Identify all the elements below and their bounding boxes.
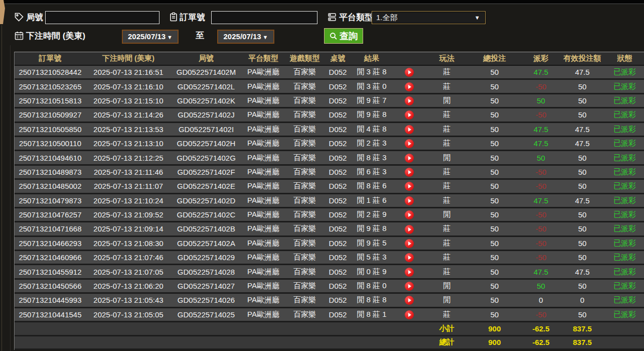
cell-valid-bet: 47.5 <box>560 68 605 76</box>
cell-platform: PA歐洲廳 <box>241 181 285 191</box>
cell-result: 閒 9 莊 8 <box>352 110 392 120</box>
cell-round-no: GD0522571402B <box>171 224 241 233</box>
cell-table-no: D052 <box>324 253 352 262</box>
cell-table-no: D052 <box>324 282 352 290</box>
cell-game-type: 百家樂 <box>285 310 324 319</box>
play-icon[interactable] <box>405 268 414 277</box>
cell-round-no: GD0522571402C <box>171 210 241 219</box>
cell-order-no: 250713210528442 <box>15 68 86 76</box>
play-icon[interactable] <box>405 282 414 291</box>
play-icon[interactable] <box>405 154 414 163</box>
cell-round-no: GD0522571402J <box>171 110 241 119</box>
cell-bet-time: 2025-07-13 21:05:05 <box>86 310 171 319</box>
total-payout: -62.5 <box>522 338 560 346</box>
cell-table-no: D052 <box>324 110 352 119</box>
play-icon[interactable] <box>405 225 414 234</box>
table-row: 250713210445993 2025-07-13 21:05:43 GD05… <box>15 294 644 308</box>
cell-game-type: 百家樂 <box>285 110 324 120</box>
top-bar <box>0 0 644 4</box>
cell-platform: PA歐洲廳 <box>241 125 285 134</box>
cell-valid-bet: 47.5 <box>560 196 605 205</box>
platform-type-select[interactable]: 1.全部 ▼ <box>372 11 486 24</box>
cell-order-no: 250713210523265 <box>15 82 86 91</box>
cell-result: 閒 1 莊 6 <box>352 196 392 205</box>
platform-type-label: 平台類型 <box>339 12 373 23</box>
cell-round-no: GD0522571402M <box>171 68 241 76</box>
play-icon[interactable] <box>405 110 414 120</box>
play-icon[interactable] <box>405 310 414 319</box>
cell-replay <box>392 153 427 163</box>
table-row: 250713210485002 2025-07-13 21:11:07 GD05… <box>15 180 644 194</box>
cell-payout: -50 <box>522 224 560 233</box>
col-header-bet: 總投注 <box>467 54 522 63</box>
cell-play-type: 莊 <box>427 267 467 277</box>
cell-platform: PA歐洲廳 <box>241 139 285 148</box>
cell-replay <box>392 253 427 262</box>
cell-total-bet: 50 <box>467 310 522 319</box>
table-body: 250713210528442 2025-07-13 21:16:51 GD05… <box>15 66 644 322</box>
col-header-platform: 平台類型 <box>241 54 285 63</box>
cell-order-no: 250713210466293 <box>15 239 86 248</box>
cell-game-type: 百家樂 <box>285 167 324 177</box>
play-icon[interactable] <box>405 210 414 219</box>
cell-order-no: 250713210460966 <box>15 253 86 262</box>
cell-valid-bet: 50 <box>560 310 605 319</box>
cell-bet-time: 2025-07-13 21:16:10 <box>86 82 171 91</box>
play-icon[interactable] <box>405 139 414 148</box>
cell-platform: PA歐洲廳 <box>241 82 285 91</box>
date-from-picker[interactable]: 2025/07/13▼ <box>122 30 179 44</box>
cell-replay <box>392 139 427 148</box>
cell-game-type: 百家樂 <box>285 267 324 277</box>
table-row: 250713210450566 2025-07-13 21:06:20 GD05… <box>15 280 644 294</box>
cell-valid-bet: 50 <box>560 224 605 233</box>
cell-round-no: GD05225714027 <box>171 282 241 290</box>
play-icon[interactable] <box>405 253 414 262</box>
cell-result: 閒 2 莊 3 <box>352 139 392 148</box>
cell-table-no: D052 <box>324 296 352 304</box>
play-icon[interactable] <box>405 125 414 134</box>
date-to-picker[interactable]: 2025/07/13▼ <box>217 30 274 44</box>
cell-payout: -50 <box>522 168 560 176</box>
cell-status: 已派彩 <box>605 153 644 163</box>
total-label: 總計 <box>427 337 467 347</box>
cell-play-type: 莊 <box>427 82 467 91</box>
cell-result: 閒 8 莊 6 <box>352 181 392 191</box>
play-icon[interactable] <box>405 239 414 248</box>
play-icon[interactable] <box>405 296 414 305</box>
cell-payout: -50 <box>522 253 560 262</box>
col-header-game: 遊戲類型 <box>285 54 324 63</box>
cell-replay <box>392 181 427 191</box>
cell-bet-time: 2025-07-13 21:11:07 <box>86 182 171 190</box>
cell-total-bet: 50 <box>467 82 522 91</box>
total-valid: 837.5 <box>560 338 605 346</box>
cell-replay <box>392 224 427 233</box>
cell-round-no: GD05225714028 <box>171 268 241 276</box>
chevron-down-icon: ▼ <box>167 34 173 40</box>
cell-table-no: D052 <box>324 139 352 148</box>
order-no-input[interactable] <box>211 11 317 24</box>
cell-round-no: GD05225714026 <box>171 296 241 304</box>
magnifier-icon <box>330 32 338 40</box>
search-button[interactable]: 查詢 <box>324 28 363 44</box>
col-header-time: 下注時間 (美東) <box>86 54 171 63</box>
table-row: 250713210455912 2025-07-13 21:07:05 GD05… <box>15 265 644 279</box>
play-icon[interactable] <box>405 196 414 205</box>
cell-status: 已派彩 <box>605 181 644 191</box>
cell-result: 閒 5 莊 3 <box>352 253 392 262</box>
cell-play-type: 莊 <box>427 310 467 319</box>
cell-bet-time: 2025-07-13 21:15:10 <box>86 96 171 105</box>
cell-play-type: 莊 <box>427 125 467 134</box>
cell-bet-time: 2025-07-13 21:07:05 <box>86 268 171 276</box>
play-icon[interactable] <box>405 168 414 177</box>
cell-play-type: 閒 <box>427 153 467 163</box>
cell-replay <box>392 295 427 305</box>
cell-total-bet: 50 <box>467 296 522 304</box>
cell-replay <box>392 310 427 319</box>
play-icon[interactable] <box>405 182 414 191</box>
play-icon[interactable] <box>405 68 414 77</box>
cell-status: 已派彩 <box>605 67 644 77</box>
round-no-input[interactable] <box>45 11 159 24</box>
play-icon[interactable] <box>405 96 414 105</box>
play-icon[interactable] <box>405 82 414 91</box>
cell-valid-bet: 0 <box>560 296 605 304</box>
